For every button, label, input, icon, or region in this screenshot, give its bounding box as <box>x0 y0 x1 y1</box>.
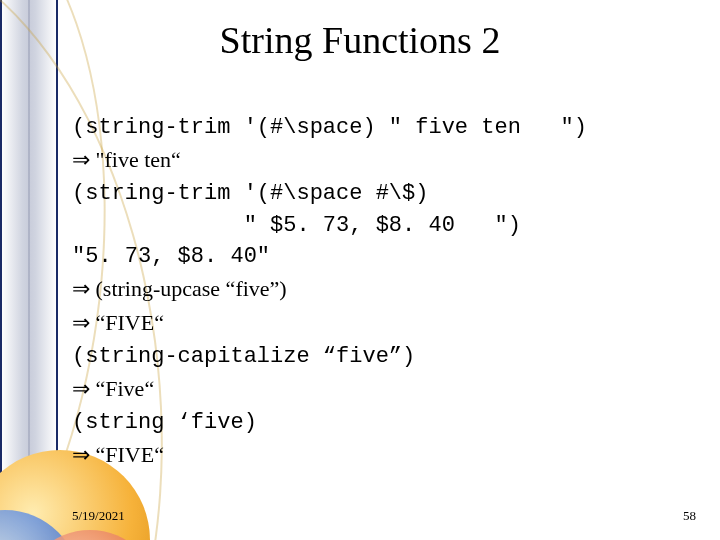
code-line: ⇒ "five ten“ <box>72 147 181 172</box>
code-line: "5. 73, $8. 40" <box>72 244 270 269</box>
code-line: (string-capitalize “five”) <box>72 344 415 369</box>
code-line: ⇒ “FIVE“ <box>72 310 164 335</box>
code-line: " $5. 73, $8. 40 ") <box>72 213 521 238</box>
code-line: (string ‘five) <box>72 410 257 435</box>
code-block: (string-trim '(#\space) " five ten ") ⇒ … <box>72 80 700 473</box>
slide-title: String Functions 2 <box>0 18 720 62</box>
code-line: (string-trim '(#\space #\$) <box>72 181 428 206</box>
footer-date: 5/19/2021 <box>72 508 125 524</box>
footer-page-number: 58 <box>683 508 696 524</box>
code-line: ⇒ “Five“ <box>72 376 154 401</box>
code-line: (string-trim '(#\space) " five ten ") <box>72 115 587 140</box>
code-line: ⇒ (string-upcase “five”) <box>72 276 287 301</box>
code-line: ⇒ “FIVE“ <box>72 442 164 467</box>
